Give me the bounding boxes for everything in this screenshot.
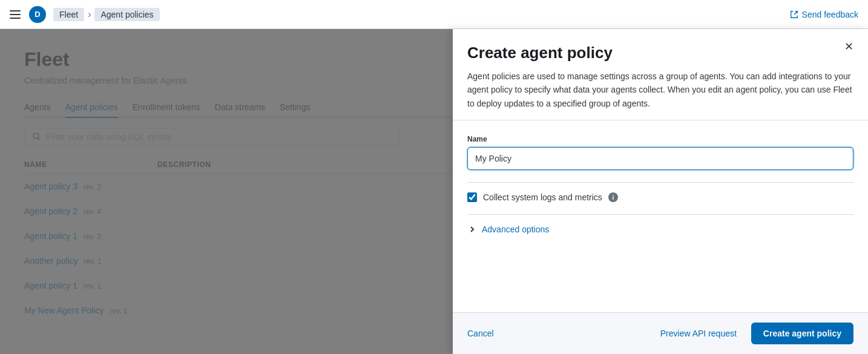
- breadcrumb: Fleet › Agent policies: [53, 8, 160, 21]
- main-content: Fleet Centralized management for Elastic…: [0, 29, 868, 354]
- close-button[interactable]: ✕: [842, 39, 856, 54]
- flyout-title: Create agent policy: [467, 44, 853, 62]
- flyout-description: Agent policies are used to manage settin…: [467, 70, 853, 110]
- create-agent-policy-button[interactable]: Create agent policy: [751, 323, 853, 344]
- top-nav: D Fleet › Agent policies Send feedback: [0, 0, 868, 29]
- send-feedback-link[interactable]: Send feedback: [790, 10, 858, 19]
- advanced-options-row[interactable]: Advanced options: [467, 225, 853, 234]
- collect-logs-row: Collect system logs and metrics i: [467, 192, 853, 202]
- preview-api-button[interactable]: Preview API request: [653, 324, 744, 343]
- breadcrumb-agent-policies[interactable]: Agent policies: [94, 8, 159, 21]
- flyout-header: ✕ Create agent policy Agent policies are…: [453, 29, 868, 120]
- breadcrumb-separator: ›: [88, 9, 91, 20]
- hamburger-menu-icon[interactable]: [10, 8, 22, 21]
- external-link-icon: [790, 10, 798, 19]
- advanced-options-label: Advanced options: [482, 225, 549, 234]
- flyout-panel: ✕ Create agent policy Agent policies are…: [453, 29, 868, 354]
- cancel-button[interactable]: Cancel: [467, 324, 494, 343]
- collect-logs-label: Collect system logs and metrics: [483, 192, 602, 202]
- name-field: Name: [467, 135, 853, 170]
- send-feedback-label: Send feedback: [802, 10, 858, 19]
- info-icon[interactable]: i: [608, 192, 618, 202]
- divider-2: [467, 214, 853, 215]
- name-input[interactable]: [467, 147, 853, 170]
- divider: [467, 182, 853, 183]
- flyout-footer: Cancel Preview API request Create agent …: [453, 312, 868, 354]
- footer-actions: Preview API request Create agent policy: [653, 323, 853, 344]
- chevron-right-icon: [467, 225, 477, 234]
- flyout-body: Name Collect system logs and metrics i A…: [453, 120, 868, 312]
- avatar[interactable]: D: [29, 6, 46, 23]
- name-label: Name: [467, 135, 853, 143]
- collect-logs-checkbox[interactable]: [467, 192, 477, 202]
- breadcrumb-fleet[interactable]: Fleet: [53, 8, 84, 21]
- modal-overlay[interactable]: [0, 29, 453, 354]
